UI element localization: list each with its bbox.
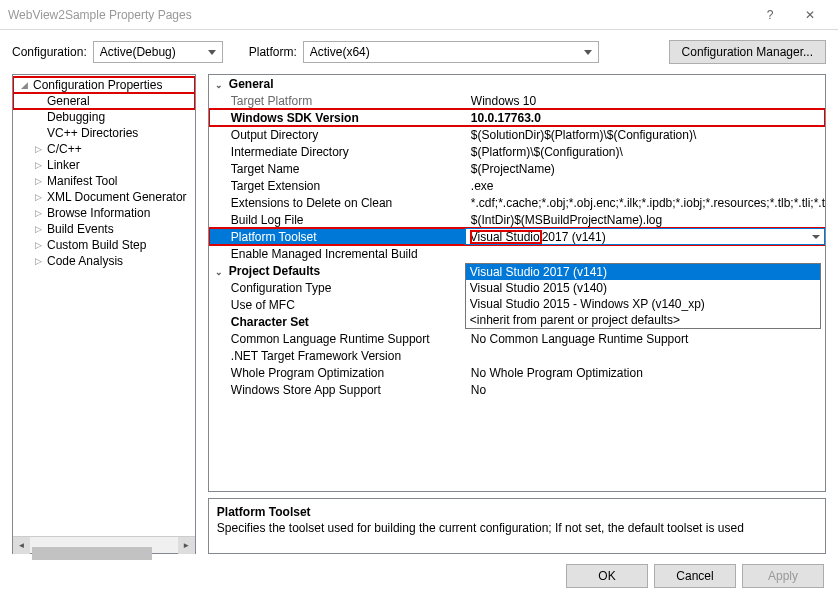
dropdown-option[interactable]: Visual Studio 2015 - Windows XP (v140_xp… (466, 296, 820, 312)
grid-row-target-extension[interactable]: Target Extension.exe (209, 177, 825, 194)
close-button[interactable]: ✕ (790, 0, 830, 30)
dialog-footer: OK Cancel Apply (566, 564, 824, 588)
tree-item-label: Debugging (47, 110, 105, 124)
property-label: Intermediate Directory (209, 145, 465, 159)
property-label: .NET Target Framework Version (209, 349, 465, 363)
dropdown-option[interactable]: <inherit from parent or project defaults… (466, 312, 820, 328)
property-label: Windows SDK Version (209, 111, 465, 125)
property-label: Extensions to Delete on Clean (209, 196, 465, 210)
grid-row-output-directory[interactable]: Output Directory$(SolutionDir)$(Platform… (209, 126, 825, 143)
property-value: *.cdf;*.cache;*.obj;*.obj.enc;*.ilk;*.ip… (465, 196, 825, 210)
property-value: .exe (465, 179, 825, 193)
expand-icon: ▷ (35, 256, 45, 266)
tree-item-build-events[interactable]: ▷Build Events (13, 221, 195, 237)
titlebar: WebView2Sample Property Pages ? ✕ (0, 0, 838, 30)
expand-icon: ▷ (35, 240, 45, 250)
grid-section-general[interactable]: ⌄General (209, 75, 825, 92)
collapse-icon: ⌄ (215, 80, 223, 90)
ok-button[interactable]: OK (566, 564, 648, 588)
property-label: Common Language Runtime Support (209, 332, 465, 346)
property-value-editor[interactable]: Visual Studio 2017 (v141) (465, 228, 825, 245)
grid-row-common-language-runtime-support[interactable]: Common Language Runtime SupportNo Common… (209, 330, 825, 347)
configuration-manager-button[interactable]: Configuration Manager... (669, 40, 826, 64)
grid-row-windows-sdk-version[interactable]: Windows SDK Version10.0.17763.0 (209, 109, 825, 126)
description-title: Platform Toolset (217, 505, 817, 519)
tree-item-code-analysis[interactable]: ▷Code Analysis (13, 253, 195, 269)
expand-icon: ▷ (35, 224, 45, 234)
tree-item-general[interactable]: General (13, 93, 195, 109)
platform-combo[interactable]: Active(x64) (303, 41, 599, 63)
tree-item-vc-directories[interactable]: VC++ Directories (13, 125, 195, 141)
dropdown-option[interactable]: Visual Studio 2017 (v141) (466, 264, 820, 280)
platform-label: Platform: (249, 45, 297, 59)
property-label: Enable Managed Incremental Build (209, 247, 465, 261)
grid-row-target-platform[interactable]: Target PlatformWindows 10 (209, 92, 825, 109)
property-value: $(Platform)\$(Configuration)\ (465, 145, 825, 159)
tree-item-xml-document-generator[interactable]: ▷XML Document Generator (13, 189, 195, 205)
property-value: $(SolutionDir)$(Platform)\$(Configuratio… (465, 128, 825, 142)
property-value: Windows 10 (465, 94, 825, 108)
grid-row-extensions-to-delete-on-clean[interactable]: Extensions to Delete on Clean*.cdf;*.cac… (209, 194, 825, 211)
expand-icon: ▷ (35, 208, 45, 218)
property-value: No Common Language Runtime Support (465, 332, 825, 346)
property-value: No (465, 383, 825, 397)
expand-icon: ▷ (35, 176, 45, 186)
tree-item-label: Build Events (47, 222, 114, 236)
description-body: Specifies the toolset used for building … (217, 521, 817, 535)
tree-item-label: Manifest Tool (47, 174, 117, 188)
grid-row-windows-store-app-support[interactable]: Windows Store App SupportNo (209, 381, 825, 398)
apply-button[interactable]: Apply (742, 564, 824, 588)
scroll-right-icon[interactable]: ► (178, 537, 195, 554)
grid-row-intermediate-directory[interactable]: Intermediate Directory$(Platform)\$(Conf… (209, 143, 825, 160)
property-label: Windows Store App Support (209, 383, 465, 397)
grid-row-whole-program-optimization[interactable]: Whole Program OptimizationNo Whole Progr… (209, 364, 825, 381)
property-label: Character Set (209, 315, 465, 329)
dropdown-option[interactable]: Visual Studio 2015 (v140) (466, 280, 820, 296)
tree-item-label: General (47, 94, 90, 108)
grid-row--net-target-framework-version[interactable]: .NET Target Framework Version (209, 347, 825, 364)
tree-item-label: C/C++ (47, 142, 82, 156)
property-value: No Whole Program Optimization (465, 366, 825, 380)
property-label: Use of MFC (209, 298, 465, 312)
tree-item-linker[interactable]: ▷Linker (13, 157, 195, 173)
tree-item-label: XML Document Generator (47, 190, 187, 204)
property-label: Build Log File (209, 213, 465, 227)
property-value: 10.0.17763.0 (465, 111, 825, 125)
property-grid: ⌄GeneralTarget PlatformWindows 10Windows… (208, 74, 826, 492)
property-label: Target Platform (209, 94, 465, 108)
tree-item-label: Custom Build Step (47, 238, 146, 252)
tree-item-debugging[interactable]: Debugging (13, 109, 195, 125)
property-label: Whole Program Optimization (209, 366, 465, 380)
property-label: Target Name (209, 162, 465, 176)
tree-item-label: Browse Information (47, 206, 150, 220)
tree-item-custom-build-step[interactable]: ▷Custom Build Step (13, 237, 195, 253)
grid-row-enable-managed-incremental-build[interactable]: Enable Managed Incremental Build (209, 245, 825, 262)
platform-toolset-dropdown[interactable]: Visual Studio 2017 (v141)Visual Studio 2… (465, 263, 821, 329)
configuration-bar: Configuration: Active(Debug) Platform: A… (0, 30, 838, 74)
property-label: Configuration Type (209, 281, 465, 295)
property-label: Output Directory (209, 128, 465, 142)
expand-icon: ▷ (35, 192, 45, 202)
help-button[interactable]: ? (750, 0, 790, 30)
tree-root-configuration-properties[interactable]: ◢Configuration Properties (13, 77, 195, 93)
property-label: Platform Toolset (209, 230, 465, 244)
tree-item-manifest-tool[interactable]: ▷Manifest Tool (13, 173, 195, 189)
expand-icon: ▷ (35, 160, 45, 170)
tree-item-label: Code Analysis (47, 254, 123, 268)
cancel-button[interactable]: Cancel (654, 564, 736, 588)
horizontal-scrollbar[interactable]: ◄ ► (13, 536, 195, 553)
grid-row-platform-toolset[interactable]: Platform ToolsetVisual Studio 2017 (v141… (209, 228, 825, 245)
collapse-icon: ◢ (21, 80, 31, 90)
grid-row-build-log-file[interactable]: Build Log File$(IntDir)$(MSBuildProjectN… (209, 211, 825, 228)
collapse-icon: ⌄ (215, 267, 223, 277)
scroll-left-icon[interactable]: ◄ (13, 537, 30, 554)
tree-item-label: Linker (47, 158, 80, 172)
scroll-thumb[interactable] (32, 547, 152, 560)
configuration-label: Configuration: (12, 45, 87, 59)
configuration-combo[interactable]: Active(Debug) (93, 41, 223, 63)
tree-item-c-c-[interactable]: ▷C/C++ (13, 141, 195, 157)
tree-item-browse-information[interactable]: ▷Browse Information (13, 205, 195, 221)
expand-icon: ▷ (35, 144, 45, 154)
grid-row-target-name[interactable]: Target Name$(ProjectName) (209, 160, 825, 177)
description-panel: Platform Toolset Specifies the toolset u… (208, 498, 826, 554)
